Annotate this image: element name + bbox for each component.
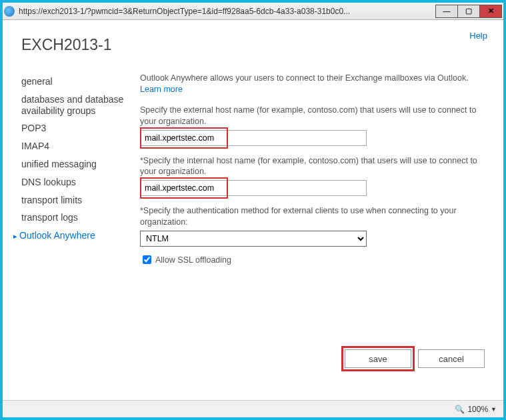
zoom-icon: 🔍	[455, 405, 465, 414]
sidebar-item-transport-limits[interactable]: transport limits	[21, 191, 140, 209]
internal-host-label: *Specify the internal host name (for exa…	[140, 155, 485, 178]
maximize-button[interactable]: ▢	[457, 5, 480, 18]
cancel-button[interactable]: cancel	[418, 349, 485, 368]
sidebar-item-dag[interactable]: databases and database availability grou…	[21, 91, 140, 120]
main-panel: Outlook Anywhere allows your users to co…	[140, 73, 485, 266]
sidebar-item-unified-messaging[interactable]: unified messaging	[21, 155, 140, 173]
save-button[interactable]: save	[345, 349, 411, 368]
sidebar-item-general[interactable]: general	[21, 73, 140, 91]
learn-more-link[interactable]: Learn more	[140, 85, 183, 94]
ssl-offloading-label: Allow SSL offloading	[155, 255, 231, 265]
ie-icon	[4, 6, 15, 17]
sidebar-item-dns-lookups[interactable]: DNS lookups	[21, 173, 140, 191]
external-host-input[interactable]	[140, 130, 367, 146]
auth-method-label: *Specify the authentication method for e…	[140, 205, 485, 228]
zoom-level: 100%	[467, 405, 488, 414]
auth-method-select[interactable]: NTLM	[140, 231, 367, 247]
server-title: EXCH2013-1	[21, 36, 485, 54]
sidebar-item-transport-logs[interactable]: transport logs	[21, 209, 140, 227]
internal-host-input[interactable]	[140, 180, 367, 196]
zoom-dropdown-icon[interactable]: ▼	[491, 406, 497, 413]
sidebar-item-imap4[interactable]: IMAP4	[21, 137, 140, 155]
minimize-button[interactable]: —	[435, 5, 458, 18]
sidebar: general databases and database availabil…	[21, 73, 140, 266]
sidebar-item-pop3[interactable]: POP3	[21, 119, 140, 137]
intro-text: Outlook Anywhere allows your users to co…	[140, 73, 485, 95]
footer-buttons: save cancel	[345, 349, 485, 368]
status-bar: 🔍 100% ▼	[3, 400, 503, 417]
window-titlebar: https://exch2013-1/?pwmcid=3&ReturnObjec…	[3, 3, 503, 20]
address-url: https://exch2013-1/?pwmcid=3&ReturnObjec…	[19, 7, 436, 16]
sidebar-item-outlook-anywhere[interactable]: Outlook Anywhere	[21, 227, 140, 245]
close-button[interactable]: ✕	[479, 5, 502, 18]
help-link[interactable]: Help	[469, 31, 487, 41]
intro-span: Outlook Anywhere allows your users to co…	[140, 73, 469, 83]
external-host-label: Specify the external host name (for exam…	[140, 105, 485, 127]
ssl-offloading-checkbox[interactable]	[143, 255, 151, 264]
